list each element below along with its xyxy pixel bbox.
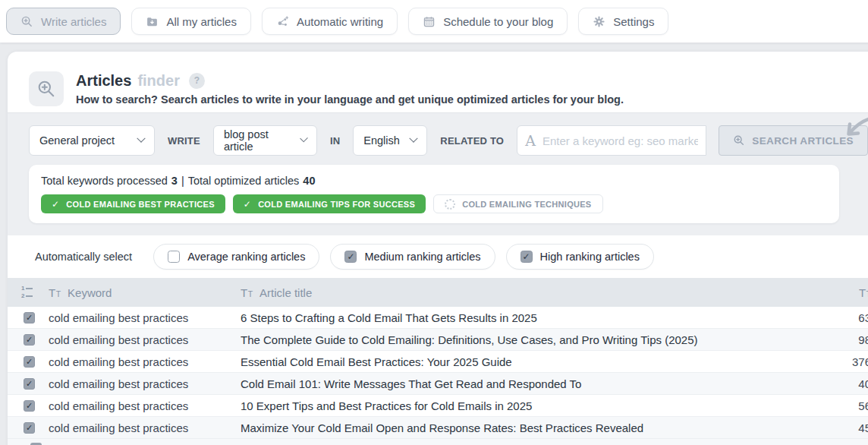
table-row[interactable]: ✓ cold emailing best practices Cold Emai… bbox=[8, 373, 868, 395]
table-row[interactable]: ✓ cold emailing best practices The Compl… bbox=[8, 329, 868, 351]
row-article-title: Maximize Your Cold Email Open and Respon… bbox=[241, 421, 766, 434]
filter-high-ranking[interactable]: ✓ High ranking articles bbox=[506, 244, 654, 270]
table-row[interactable]: ✓ cold emailing best practices Essential… bbox=[8, 351, 868, 373]
in-label: IN bbox=[330, 135, 340, 147]
auto-select-label: Automatically select bbox=[35, 251, 132, 263]
page-title: Articles bbox=[76, 72, 131, 90]
magnifier-plus-icon bbox=[733, 134, 745, 147]
row-article-title: Cold Email 101: Write Messages That Get … bbox=[241, 377, 766, 390]
automatic-writing-icon bbox=[276, 15, 289, 28]
table-row[interactable]: ✓ cold emailing best practices Maximize … bbox=[8, 417, 868, 439]
column-header-metric[interactable]: TT bbox=[766, 286, 868, 299]
language-select[interactable]: English bbox=[353, 125, 427, 156]
text-type-icon: TT bbox=[49, 286, 61, 299]
row-keyword: cold emailing best practices bbox=[49, 377, 241, 390]
related-to-label: RELATED TO bbox=[440, 135, 504, 147]
row-keyword: cold emailing best practices bbox=[49, 333, 241, 346]
tab-label: Automatic writing bbox=[297, 15, 383, 28]
row-keyword: cold emailing best practices bbox=[49, 311, 241, 324]
processed-label: Total keywords processed bbox=[41, 175, 168, 187]
row-article-title: 10 Expert Tips and Best Practices for Co… bbox=[241, 399, 766, 412]
chevron-down-icon bbox=[300, 134, 308, 143]
filter-label: Medium ranking articles bbox=[364, 251, 480, 263]
tab-label: Write articles bbox=[41, 15, 106, 28]
calendar-icon bbox=[423, 15, 436, 28]
row-metric: 376 bbox=[766, 355, 868, 368]
help-icon[interactable]: ? bbox=[189, 73, 205, 89]
top-navigation-bar: Write articles All my articles Automatic… bbox=[0, 0, 868, 43]
filter-medium-ranking[interactable]: ✓ Medium ranking articles bbox=[330, 244, 495, 270]
spinner-icon bbox=[445, 199, 455, 210]
row-metric: 40 bbox=[766, 377, 868, 390]
totals-line: Total keywords processed 3 | Total optim… bbox=[41, 175, 827, 187]
check-icon: ✓ bbox=[244, 199, 251, 210]
auto-select-row: Automatically select ✓ Average ranking a… bbox=[8, 235, 868, 278]
row-metric: 63 bbox=[766, 311, 868, 324]
keyword-input[interactable] bbox=[542, 134, 698, 147]
text-type-icon: TT bbox=[859, 286, 868, 299]
search-controls-section: General project WRITE blog post article … bbox=[8, 112, 868, 235]
tab-automatic-writing[interactable]: Automatic writing bbox=[262, 8, 398, 35]
row-article-title: 6 Steps to Crafting a Cold Email That Ge… bbox=[241, 311, 766, 324]
keyword-badge-label: COLD EMAILING TIPS FOR SUCCESS bbox=[258, 200, 415, 209]
tab-schedule-to-blog[interactable]: Schedule to your blog bbox=[408, 8, 568, 35]
row-checkbox-checked[interactable]: ✓ bbox=[24, 334, 35, 346]
processed-count: 3 bbox=[171, 175, 178, 187]
filter-label: Average ranking articles bbox=[187, 251, 305, 263]
tab-all-my-articles[interactable]: All my articles bbox=[131, 8, 251, 35]
check-icon: ✓ bbox=[52, 199, 59, 210]
finder-subtitle: How to search? Search articles to write … bbox=[76, 93, 624, 106]
chevron-down-icon bbox=[410, 134, 418, 143]
row-keyword: cold emailing best practices bbox=[49, 421, 241, 434]
write-label: WRITE bbox=[168, 135, 200, 147]
keyword-badges-row: ✓ COLD EMAILING BEST PRACTICES ✓ COLD EM… bbox=[41, 194, 827, 213]
row-metric: 98 bbox=[766, 333, 868, 346]
filter-label: High ranking articles bbox=[540, 251, 640, 263]
row-checkbox-checked[interactable]: ✓ bbox=[24, 400, 35, 412]
numbered-list-icon[interactable]: 1 2 bbox=[21, 286, 33, 299]
folder-icon bbox=[146, 15, 159, 28]
article-type-select[interactable]: blog post article bbox=[213, 125, 317, 156]
row-checkbox-checked[interactable]: ✓ bbox=[24, 356, 35, 368]
hand-drawn-arrow-icon bbox=[842, 113, 868, 148]
table-row-partial[interactable] bbox=[8, 439, 868, 445]
row-checkbox-checked[interactable]: ✓ bbox=[24, 422, 35, 434]
optimized-count: 40 bbox=[303, 175, 315, 187]
page-title-secondary: finder bbox=[137, 72, 180, 90]
row-metric: 45 bbox=[766, 421, 868, 434]
articles-table: 1 2 TT Keyword TT Article title TT ✓ col… bbox=[8, 278, 868, 445]
tab-settings[interactable]: Settings bbox=[578, 8, 668, 35]
checkbox-checked[interactable]: ✓ bbox=[520, 251, 533, 263]
magnifier-plus-icon bbox=[29, 71, 64, 106]
keyword-badge-pending[interactable]: COLD EMAILING TECHNIQUES bbox=[433, 194, 602, 213]
checkbox-unchecked[interactable]: ✓ bbox=[168, 251, 180, 263]
column-header-article-title[interactable]: TT Article title bbox=[241, 286, 766, 299]
gear-icon bbox=[593, 15, 605, 28]
checkbox-checked[interactable]: ✓ bbox=[344, 251, 357, 263]
results-summary-card: Total keywords processed 3 | Total optim… bbox=[29, 165, 839, 223]
keyword-badge-done[interactable]: ✓ COLD EMAILING TIPS FOR SUCCESS bbox=[233, 194, 426, 213]
tab-label: Schedule to your blog bbox=[443, 15, 553, 28]
table-header: 1 2 TT Keyword TT Article title TT bbox=[8, 278, 868, 307]
tab-write-articles[interactable]: Write articles bbox=[6, 8, 121, 35]
keyword-badge-done[interactable]: ✓ COLD EMAILING BEST PRACTICES bbox=[41, 194, 225, 213]
table-row[interactable]: ✓ cold emailing best practices 10 Expert… bbox=[8, 395, 868, 417]
row-checkbox-checked[interactable]: ✓ bbox=[24, 312, 35, 323]
language-select-value: English bbox=[363, 134, 400, 147]
finder-header: Articles finder ? How to search? Search … bbox=[8, 52, 868, 112]
tab-label: All my articles bbox=[166, 15, 237, 28]
row-article-title: Essential Cold Email Best Practices: You… bbox=[241, 355, 766, 368]
separator: | bbox=[181, 175, 184, 187]
text-a-icon: A bbox=[525, 132, 536, 149]
row-keyword: cold emailing best practices bbox=[49, 399, 241, 412]
filter-average-ranking[interactable]: ✓ Average ranking articles bbox=[153, 244, 319, 270]
column-header-keyword[interactable]: TT Keyword bbox=[49, 286, 241, 299]
table-row[interactable]: ✓ cold emailing best practices 6 Steps t… bbox=[8, 307, 868, 329]
optimized-label: Total optimized articles bbox=[188, 175, 300, 187]
project-select[interactable]: General project bbox=[29, 125, 155, 156]
magnifier-plus-icon bbox=[20, 15, 33, 28]
text-type-icon: TT bbox=[241, 286, 253, 299]
row-metric: 56 bbox=[766, 399, 868, 412]
row-checkbox-checked[interactable]: ✓ bbox=[24, 378, 35, 390]
search-button-label: SEARCH ARTICLES bbox=[752, 135, 854, 147]
